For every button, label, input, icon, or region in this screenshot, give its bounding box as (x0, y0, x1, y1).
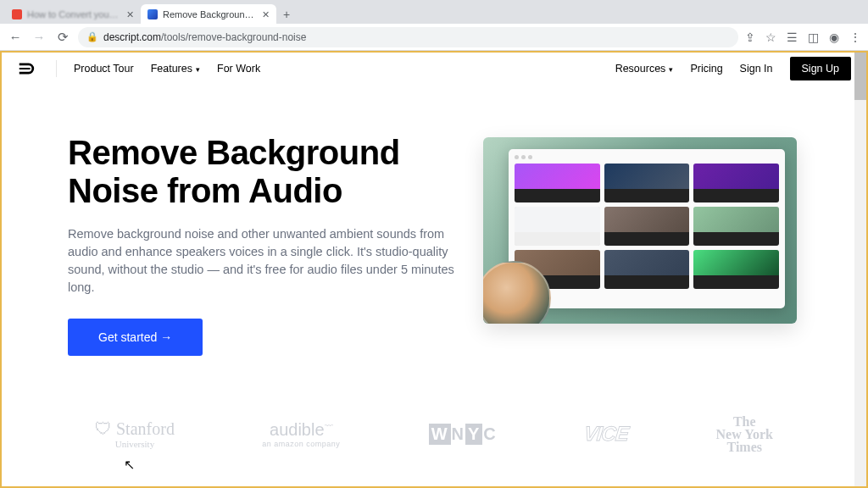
favicon-icon (12, 9, 22, 19)
scrollbar-thumb[interactable] (854, 53, 866, 100)
share-icon[interactable]: ⇪ (745, 30, 755, 44)
get-started-button[interactable]: Get started → (68, 319, 203, 356)
logo-nyt: The New York Times (716, 415, 773, 454)
close-icon[interactable]: ✕ (126, 9, 134, 20)
toolbar-right: ⇪ ☆ ☰ ◫ ◉ ⋮ (745, 30, 861, 44)
logo-wnyc: WNYC (428, 424, 497, 445)
back-button[interactable]: ← (7, 30, 24, 44)
chevron-down-icon: ▾ (669, 65, 673, 74)
partner-logos: 🛡 Stanford University audible〰 an amazon… (2, 356, 866, 454)
vertical-scrollbar[interactable] (854, 53, 866, 486)
url-text: descript.com/tools/remove-background-noi… (103, 31, 306, 43)
favicon-icon (147, 9, 158, 19)
nav-resources[interactable]: Resources ▾ (615, 63, 674, 75)
lock-icon: 🔒 (86, 31, 98, 42)
sign-up-button[interactable]: Sign Up (790, 57, 851, 80)
divider (56, 60, 57, 77)
forward-button[interactable]: → (31, 30, 47, 44)
chevron-down-icon: ▾ (196, 65, 200, 74)
tab-title: Remove Background Noise from... (163, 9, 257, 19)
nav-features[interactable]: Features ▾ (151, 63, 200, 75)
profile-icon[interactable]: ◉ (829, 30, 839, 44)
bookmark-icon[interactable]: ☆ (765, 30, 776, 44)
page-content: Product Tour Features ▾ For Work Resourc… (2, 53, 866, 486)
page-title: Remove Background Noise from Audio (68, 134, 466, 210)
nav-product-tour[interactable]: Product Tour (74, 63, 134, 75)
reload-button[interactable]: ⟳ (54, 30, 71, 45)
hero-description: Remove background noise and other unwant… (68, 225, 466, 297)
nav-pricing[interactable]: Pricing (690, 63, 722, 75)
toolbar: ← → ⟳ 🔒 descript.com/tools/remove-backgr… (0, 24, 868, 51)
logo-icon (17, 59, 36, 78)
hero-section: Remove Background Noise from Audio Remov… (2, 85, 866, 356)
tab-strip: How to Convert your PDF file in ... ✕ Re… (0, 0, 868, 24)
address-bar[interactable]: 🔒 descript.com/tools/remove-background-n… (78, 27, 738, 47)
hero-copy: Remove Background Noise from Audio Remov… (68, 134, 466, 356)
side-panel-icon[interactable]: ◫ (808, 30, 819, 44)
descript-logo[interactable] (17, 59, 36, 78)
logo-audible: audible〰 an amazon company (262, 420, 340, 448)
nav-for-work[interactable]: For Work (217, 63, 260, 75)
page-highlight-border: Product Tour Features ▾ For Work Resourc… (0, 51, 868, 488)
hero-image (483, 137, 797, 324)
app-window-mock (509, 149, 785, 308)
close-icon[interactable]: ✕ (262, 9, 270, 20)
reading-list-icon[interactable]: ☰ (787, 30, 798, 44)
logo-vice: VICE (583, 422, 630, 446)
nav-features-label: Features (151, 63, 192, 75)
new-tab-button[interactable]: + (276, 8, 297, 21)
browser-tab-active[interactable]: Remove Background Noise from... ✕ (141, 4, 276, 25)
menu-icon[interactable]: ⋮ (849, 30, 861, 44)
site-header: Product Tour Features ▾ For Work Resourc… (2, 53, 866, 85)
browser-tab[interactable]: How to Convert your PDF file in ... ✕ (5, 4, 141, 25)
nav-sign-in[interactable]: Sign In (740, 63, 773, 75)
tab-title: How to Convert your PDF file in ... (27, 9, 121, 19)
nav-resources-label: Resources (615, 63, 666, 75)
logo-stanford: 🛡 Stanford University (95, 419, 175, 449)
